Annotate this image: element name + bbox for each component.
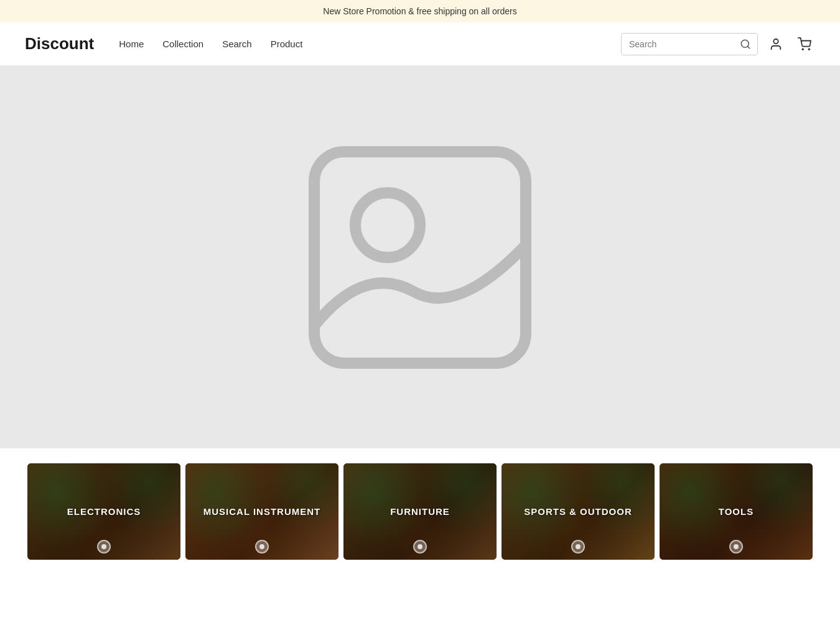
category-bg-sports: SPORTS & OUTDOOR (502, 463, 655, 560)
placeholder-icon (296, 133, 544, 382)
nav-item-home[interactable]: Home (119, 39, 144, 49)
cart-icon (798, 37, 811, 51)
category-card-electronics[interactable]: ELECTRONICS (27, 463, 180, 560)
category-bg-tools: TOOLS (660, 463, 813, 560)
category-label-musical: Musical instrument (203, 506, 321, 517)
category-card-sports[interactable]: SPORTS & OUTDOOR (502, 463, 655, 560)
account-button[interactable] (765, 34, 786, 55)
hero-section (0, 66, 840, 448)
cart-button[interactable] (794, 34, 815, 55)
category-card-musical[interactable]: Musical instrument (185, 463, 338, 560)
announcement-text: New Store Promotion & free shipping on a… (323, 6, 516, 16)
categories-section: ELECTRONICS Musical instrument FURNITURE… (0, 448, 840, 575)
category-dot-electronics (97, 540, 111, 554)
category-dot-musical (255, 540, 269, 554)
search-box (621, 33, 758, 55)
category-bg-electronics: ELECTRONICS (27, 463, 180, 560)
announcement-bar: New Store Promotion & free shipping on a… (0, 0, 840, 22)
search-input[interactable] (622, 34, 734, 54)
category-label-furniture: FURNITURE (390, 506, 450, 517)
category-card-tools[interactable]: TOOLS (660, 463, 813, 560)
logo[interactable]: Discount (25, 34, 94, 53)
category-label-tools: TOOLS (719, 506, 754, 517)
header: Discount HomeCollectionSearchProduct (0, 22, 840, 66)
category-dot-tools (729, 540, 743, 554)
search-icon (740, 39, 751, 50)
svg-rect-5 (314, 152, 526, 363)
nav-item-collection[interactable]: Collection (162, 39, 203, 49)
header-right (621, 33, 815, 55)
category-card-furniture[interactable]: FURNITURE (343, 463, 497, 560)
svg-line-1 (747, 46, 749, 48)
category-dot-furniture (413, 540, 427, 554)
hero-image-placeholder (296, 133, 544, 382)
user-icon (769, 37, 783, 51)
category-dot-sports (571, 540, 585, 554)
nav-item-product[interactable]: Product (271, 39, 303, 49)
svg-point-4 (808, 49, 810, 50)
main-nav: HomeCollectionSearchProduct (119, 39, 621, 49)
category-label-electronics: ELECTRONICS (67, 506, 141, 517)
nav-item-search[interactable]: Search (222, 39, 252, 49)
svg-point-2 (773, 39, 778, 43)
category-bg-musical: Musical instrument (185, 463, 338, 560)
svg-point-6 (355, 193, 420, 257)
search-button[interactable] (734, 34, 757, 55)
category-bg-furniture: FURNITURE (343, 463, 497, 560)
svg-point-3 (802, 49, 803, 50)
category-label-sports: SPORTS & OUTDOOR (524, 506, 632, 517)
